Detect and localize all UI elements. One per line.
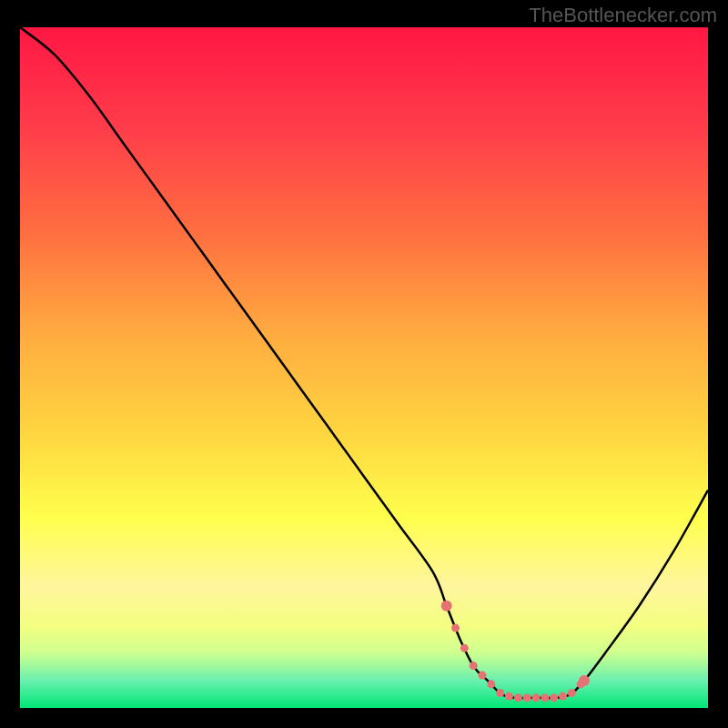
marker-dot — [451, 624, 460, 632]
marker-dot — [460, 644, 469, 652]
bottleneck-curve — [20, 27, 708, 698]
marker-dot — [568, 689, 576, 697]
curve-overlay — [20, 27, 708, 708]
marker-dot — [496, 689, 504, 697]
marker-dot — [532, 693, 541, 702]
optimal-zone-markers — [441, 601, 590, 702]
marker-dot — [559, 693, 567, 701]
marker-dot — [523, 693, 531, 702]
marker-dot — [550, 693, 558, 702]
marker-dot — [541, 693, 549, 702]
marker-endcap — [441, 601, 452, 612]
marker-dot — [514, 693, 522, 702]
watermark-text: TheBottlenecker.com — [529, 4, 717, 27]
marker-dot — [479, 672, 487, 680]
marker-dot — [470, 662, 478, 670]
chart-container — [20, 27, 708, 708]
marker-dot — [487, 680, 495, 688]
marker-dot — [505, 693, 513, 701]
marker-endcap — [579, 675, 590, 686]
